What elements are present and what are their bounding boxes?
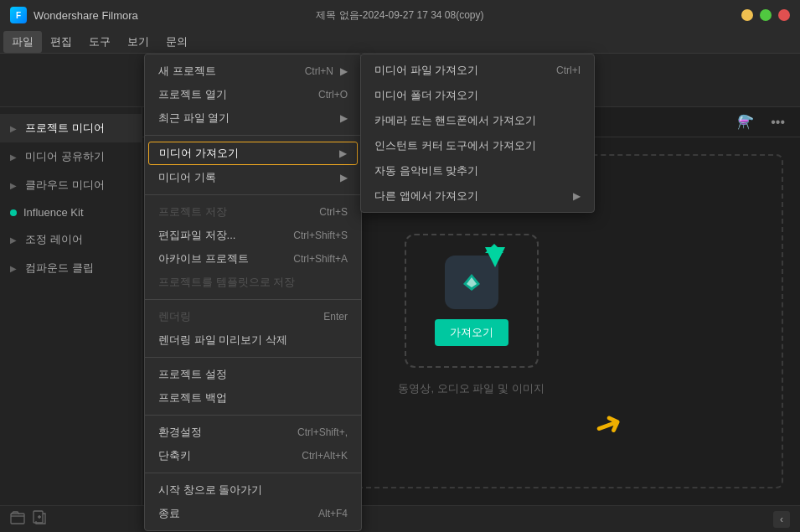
svg-marker-7 [485,244,503,253]
menu-new-project[interactable]: 새 프로젝트 Ctrl+N ▶ [145,59,361,83]
sidebar-label-project-media: 프로젝트 미디어 [25,121,105,136]
menu-render-shortcut: Enter [323,311,348,323]
menu-project-backup[interactable]: 프로젝트 백업 [145,386,361,410]
menu-tools[interactable]: 도구 [80,31,119,53]
submenu-import-camera[interactable]: 카메라 또는 핸드폰에서 가져오기 [361,108,594,133]
submenu-import-file-shortcut: Ctrl+I [556,65,581,76]
menu-project-settings[interactable]: 프로젝트 설정 [145,363,361,386]
sidebar-item-cloud-media[interactable]: ▶ 클라우드 미디어 [0,171,142,199]
submenu-import-other[interactable]: 다른 앱에서 가져오기 ▶ [361,183,594,209]
menu-open-project-shortcut: Ctrl+O [318,89,348,101]
import-button[interactable]: 가져오기 [435,319,508,346]
app-icon: F [10,7,27,23]
menu-recent-files[interactable]: 최근 파일 열기 ▶ [145,106,361,130]
menu-new-project-arrow: ▶ [340,65,348,77]
menu-import-media[interactable]: 미디어 가져오기 ▶ [148,142,358,165]
menu-edit[interactable]: 편집 [42,31,80,53]
menu-save-template: 프로젝트를 템플릿으로 저장 [145,271,361,294]
menu-preferences-label: 환경설정 [158,425,202,440]
menu-back-to-start-label: 시작 창으로 돌아가기 [158,483,262,498]
sidebar-item-project-media[interactable]: ▶ 프로젝트 미디어 [0,114,142,142]
menu-divider-4 [145,357,361,358]
menu-media-log[interactable]: 미디어 기록 ▶ [145,166,361,189]
menu-render: 렌더링 Enter [145,305,361,328]
menu-recent-files-arrow: ▶ [340,112,348,124]
menu-divider-2 [145,194,361,195]
filter-content-icon[interactable]: ⚗️ [732,112,759,132]
menu-import-media-label: 미디어 가져오기 [159,146,239,161]
menu-exit[interactable]: 종료 Alt+F4 [145,502,361,525]
menu-shortcuts[interactable]: 단축키 Ctrl+Alt+K [145,444,361,467]
bottom-bar: ‹ [0,505,800,532]
sidebar-item-compound-clip[interactable]: ▶ 컴파운드 클립 [0,254,142,282]
menu-project-backup-label: 프로젝트 백업 [158,390,227,405]
menu-save-project: 프로젝트 저장 Ctrl+S [145,200,361,224]
menu-open-project[interactable]: 프로젝트 열기 Ctrl+O [145,83,361,106]
menu-divider-3 [145,299,361,300]
file-menu: 새 프로젝트 Ctrl+N ▶ 프로젝트 열기 Ctrl+O 최근 파일 열기 … [144,54,362,531]
menu-file[interactable]: 파일 [3,31,42,53]
minimize-button[interactable] [741,9,753,21]
submenu-auto-beat-label: 자동 음악비트 맞추기 [374,163,478,178]
new-folder-icon[interactable] [10,510,25,528]
sidebar-arrow5: ▶ [10,264,17,273]
menu-view[interactable]: 보기 [119,31,157,53]
menu-shortcuts-shortcut: Ctrl+Alt+K [302,450,348,462]
sidebar-arrow3: ▶ [10,181,17,190]
menu-divider-5 [145,415,361,416]
menu-save-project-shortcut: Ctrl+S [319,206,348,218]
menu-open-project-label: 프로젝트 열기 [158,87,227,102]
influence-kit-dot [10,209,17,216]
app-name: Wondershare Filmora [34,9,138,22]
sidebar-label-compound-clip: 컴파운드 클립 [25,261,94,276]
submenu-auto-beat[interactable]: 자동 음악비트 맞추기 [361,158,594,183]
more-options-icon[interactable]: ••• [766,113,790,132]
sidebar-item-influence-kit[interactable]: Influence Kit [0,199,142,225]
window-title: 제목 없음-2024-09-27 17 34 08(copy) [316,9,483,21]
menu-exit-shortcut: Alt+F4 [318,508,348,519]
menu-project-settings-label: 프로젝트 설정 [158,367,227,382]
menu-preferences[interactable]: 환경설정 Ctrl+Shift+, [145,421,361,444]
submenu-other-arrow: ▶ [573,190,581,202]
menu-import-media-arrow: ▶ [339,147,347,159]
menu-save-project-label: 프로젝트 저장 [158,204,227,220]
menu-save-as[interactable]: 편집파일 저장... Ctrl+Shift+S [145,224,361,247]
sidebar-label-adjust-layer: 조정 레이어 [25,232,83,247]
submenu-import-file-label: 미디어 파일 가져오기 [374,63,478,78]
title-center: 제목 없음-2024-09-27 17 34 08(copy) [316,8,483,23]
menu-archive[interactable]: 아카이브 프로젝트 Ctrl+Shift+A [145,247,361,271]
sidebar-label-cloud-media: 클라우드 미디어 [25,178,105,193]
submenu-import-camera-label: 카메라 또는 핸드폰에서 가져오기 [374,113,536,128]
close-button[interactable] [778,9,790,21]
menu-shortcuts-label: 단축키 [158,448,191,463]
menu-back-to-start[interactable]: 시작 창으로 돌아가기 [145,478,361,502]
submenu-import-file[interactable]: 미디어 파일 가져오기 Ctrl+I [361,58,594,83]
menu-preferences-shortcut: Ctrl+Shift+, [297,426,348,438]
sidebar-arrow2: ▶ [10,152,17,162]
menu-help[interactable]: 문의 [157,31,196,53]
menu-delete-preview-label: 렌더링 파일 미리보기 삭제 [158,333,287,348]
menu-exit-label: 종료 [158,506,180,521]
submenu-import-instant-label: 인스턴트 커터 도구에서 가져오기 [374,138,536,153]
title-left: F Wondershare Filmora [10,7,138,23]
submenu-import-folder[interactable]: 미디어 폴더 가져오기 [361,83,594,108]
sidebar-label-influence-kit: Influence Kit [23,206,84,219]
sidebar-item-media-share[interactable]: ▶ 미디어 공유하기 [0,142,142,171]
submenu-import: 미디어 파일 가져오기 Ctrl+I 미디어 폴더 가져오기 카메라 또는 핸드… [360,54,595,213]
menu-new-project-shortcut: Ctrl+N [305,65,333,77]
title-controls [741,9,790,21]
menu-delete-preview[interactable]: 렌더링 파일 미리보기 삭제 [145,328,361,352]
menu-media-log-label: 미디어 기록 [158,170,216,185]
menu-bar: 파일 편집 도구 보기 문의 [0,30,800,54]
menu-new-project-label: 새 프로젝트 [158,64,216,79]
sidebar-item-adjust-layer[interactable]: ▶ 조정 레이어 [0,225,142,254]
collapse-button[interactable]: ‹ [773,511,790,528]
maximize-button[interactable] [760,9,772,21]
sidebar: ▶ 프로젝트 미디어 ▶ 미디어 공유하기 ▶ 클라우드 미디어 Influen… [0,107,142,505]
menu-divider-6 [145,473,361,473]
submenu-import-other-label: 다른 앱에서 가져오기 [374,189,478,204]
add-file-icon[interactable] [32,510,47,528]
sidebar-arrow: ▶ [10,124,17,133]
filmora-drop-icon [445,256,498,309]
submenu-import-instant[interactable]: 인스턴트 커터 도구에서 가져오기 [361,133,594,158]
